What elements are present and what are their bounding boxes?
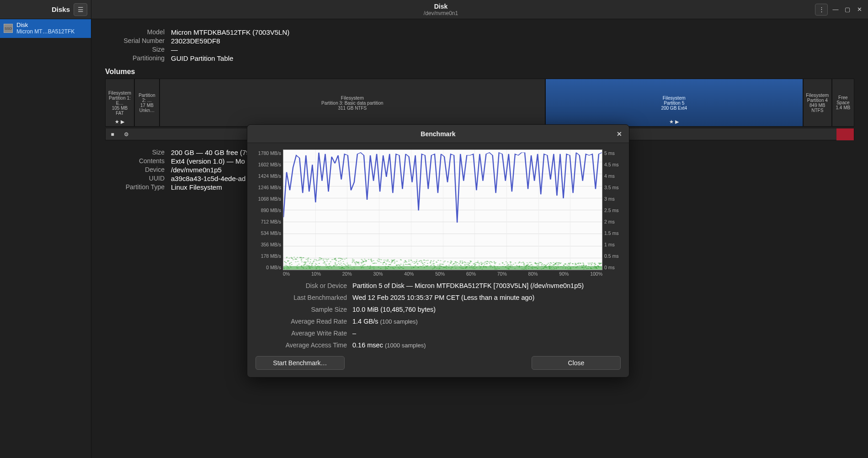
- svg-point-694: [554, 264, 555, 265]
- volume-item[interactable]: FilesystemPartition 4849 MB NTFS: [803, 79, 832, 127]
- dlg-write-label: Average Write Rate: [256, 330, 347, 337]
- svg-point-567: [469, 261, 471, 261]
- svg-point-771: [460, 261, 461, 261]
- svg-point-562: [408, 261, 410, 262]
- svg-point-795: [334, 259, 335, 260]
- svg-point-474: [286, 265, 287, 266]
- svg-point-95: [342, 261, 344, 261]
- svg-point-154: [314, 259, 315, 260]
- svg-point-634: [433, 260, 434, 261]
- title-bar-right: ⋮ — ▢ ✕: [790, 0, 868, 19]
- svg-point-264: [578, 263, 579, 264]
- svg-point-542: [313, 261, 314, 262]
- svg-point-120: [304, 264, 305, 265]
- svg-point-665: [575, 263, 576, 263]
- svg-point-164: [385, 260, 386, 260]
- unmount-button[interactable]: ■: [106, 129, 119, 140]
- vol-parttype-label: Partition Type: [105, 183, 165, 191]
- svg-point-426: [289, 265, 290, 265]
- sidebar-item-disk[interactable]: SSD Disk Micron MT…BA512TFK: [0, 19, 91, 38]
- svg-point-691: [323, 259, 325, 259]
- svg-point-664: [340, 263, 341, 263]
- svg-point-36: [430, 266, 431, 266]
- app-title: Disks: [4, 5, 70, 13]
- svg-point-606: [393, 260, 394, 260]
- svg-point-547: [415, 266, 416, 266]
- svg-point-108: [479, 265, 480, 265]
- volume-settings-button[interactable]: ⚙: [119, 129, 133, 140]
- svg-point-647: [424, 262, 425, 263]
- dlg-write-value: –: [352, 330, 356, 337]
- svg-point-399: [297, 261, 298, 261]
- volume-item[interactable]: FilesystemPartition 5200 GB Ext4★ ▶: [545, 79, 803, 127]
- svg-point-668: [288, 258, 290, 258]
- svg-point-555: [420, 260, 421, 261]
- svg-point-774: [423, 265, 425, 265]
- svg-point-295: [309, 262, 311, 262]
- dlg-read-label: Average Read Rate: [256, 318, 347, 325]
- volume-item[interactable]: Partition 2: …17 MB Unkn…: [134, 79, 160, 127]
- svg-point-139: [474, 263, 475, 264]
- dlg-read-value: 1.4 GB/s (100 samples): [352, 318, 418, 325]
- svg-point-441: [464, 264, 465, 265]
- svg-point-518: [572, 263, 573, 264]
- svg-point-765: [523, 265, 525, 265]
- svg-point-92: [383, 262, 385, 262]
- svg-point-719: [390, 264, 391, 265]
- svg-point-544: [535, 262, 536, 263]
- svg-point-328: [460, 265, 461, 265]
- delete-partition-button[interactable]: [836, 128, 854, 140]
- window-close-button[interactable]: ✕: [855, 6, 863, 13]
- svg-point-292: [394, 262, 395, 262]
- svg-point-479: [444, 261, 446, 261]
- svg-point-772: [431, 265, 432, 265]
- svg-rect-800: [283, 266, 602, 270]
- close-button[interactable]: Close: [532, 356, 621, 370]
- svg-point-681: [284, 261, 285, 261]
- svg-point-373: [581, 266, 583, 266]
- svg-point-674: [451, 261, 452, 262]
- svg-point-145: [355, 263, 356, 264]
- volume-item[interactable]: FilesystemPartition 3: Basic data partit…: [160, 79, 545, 127]
- svg-point-244: [354, 262, 355, 262]
- chart: 1780 MB/s1602 MB/s1424 MB/s1246 MB/s1068…: [256, 149, 621, 277]
- svg-point-736: [294, 259, 296, 260]
- menu-button[interactable]: ☰: [74, 3, 87, 16]
- drive-menu-button[interactable]: ⋮: [815, 4, 828, 16]
- svg-point-501: [570, 263, 571, 263]
- svg-point-75: [556, 265, 558, 265]
- svg-point-683: [301, 260, 302, 261]
- svg-point-717: [290, 257, 292, 258]
- start-benchmark-button[interactable]: Start Benchmark…: [256, 356, 345, 370]
- svg-point-570: [457, 265, 458, 265]
- svg-point-406: [490, 265, 491, 265]
- svg-point-231: [361, 259, 362, 260]
- svg-point-584: [493, 266, 495, 266]
- dialog-close-button[interactable]: ✕: [614, 129, 624, 139]
- svg-point-495: [421, 261, 422, 261]
- svg-point-223: [462, 263, 463, 263]
- svg-point-232: [297, 257, 298, 258]
- window-minimize-button[interactable]: —: [831, 6, 840, 13]
- svg-point-793: [580, 263, 581, 264]
- svg-point-688: [372, 263, 373, 263]
- svg-point-497: [312, 263, 313, 263]
- svg-point-397: [319, 263, 320, 264]
- svg-point-746: [417, 263, 418, 264]
- dlg-sample-value: 10.0 MiB (10,485,760 bytes): [352, 306, 436, 313]
- svg-point-400: [591, 263, 592, 263]
- svg-point-709: [391, 262, 393, 262]
- svg-point-512: [527, 264, 529, 264]
- svg-point-532: [418, 261, 420, 261]
- svg-point-126: [305, 264, 306, 264]
- svg-point-770: [488, 261, 490, 262]
- svg-point-254: [307, 259, 309, 259]
- svg-point-690: [325, 265, 327, 266]
- window-maximize-button[interactable]: ▢: [843, 6, 852, 13]
- volume-item[interactable]: FilesystemPartition 1: E…105 MB FAT★ ▶: [105, 79, 134, 127]
- row-model: Model Micron MTFDKBA512TFK (7003V5LN): [105, 28, 854, 36]
- svg-point-720: [307, 261, 309, 262]
- svg-point-539: [475, 264, 476, 265]
- svg-point-429: [450, 261, 452, 261]
- volume-item[interactable]: Free Space1.4 MB: [832, 79, 854, 127]
